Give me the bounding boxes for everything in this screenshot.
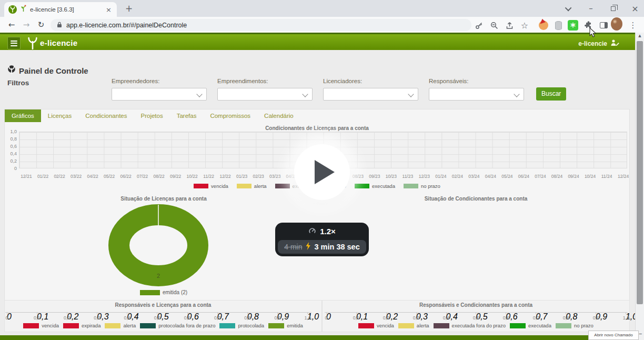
back-icon[interactable]: ← xyxy=(5,19,18,31)
dashboard-tab[interactable]: Compromissos xyxy=(203,109,257,122)
dashboard-tab[interactable]: Tarefas xyxy=(170,109,204,122)
legend-item: protocolada fora de prazo xyxy=(140,323,215,328)
extension-cylinder-icon[interactable] xyxy=(552,20,564,31)
new-tab-button[interactable]: + xyxy=(123,3,135,15)
chart4-title: Responsáveis e Licenças para a conta xyxy=(5,302,321,308)
x-tick-label: 08/22 xyxy=(152,174,166,179)
legend-swatch xyxy=(358,323,374,328)
forward-icon[interactable]: → xyxy=(20,19,33,31)
x-tick-label: 12/24 xyxy=(617,174,630,179)
search-button[interactable]: Buscar xyxy=(536,87,566,101)
x-tick-label: 09/24 xyxy=(567,174,580,179)
y-tick-label: 0,4 xyxy=(10,151,17,156)
address-bar[interactable]: app.e-licencie.com.br/#/painelDeControle xyxy=(51,19,471,31)
bookmark-star-icon[interactable]: ☆ xyxy=(519,20,530,31)
x-tick-label: 11/22 xyxy=(202,174,216,179)
profile-avatar[interactable] xyxy=(611,18,622,29)
legend-swatch xyxy=(23,323,39,328)
y-tick-label: 0 xyxy=(14,166,17,171)
x-tick-label: 01/22 xyxy=(36,174,50,179)
page-title: Painel de Controle xyxy=(19,66,88,75)
legend-label: no prazo xyxy=(574,323,593,328)
x-tick-label: 02/23 xyxy=(251,174,265,179)
open-ticket-tab[interactable]: Abrir novo Chamado xyxy=(588,331,639,340)
x-tick-label: 0,1 xyxy=(31,315,43,321)
legend-swatch xyxy=(275,184,290,188)
video-play-button[interactable] xyxy=(294,144,350,200)
legend-swatch xyxy=(219,323,235,328)
x-tick-label: 07/24 xyxy=(534,174,547,179)
filter-block: Licenciadores: xyxy=(323,78,418,101)
y-tick-label: 0,8 xyxy=(10,136,17,142)
x-tick-label: 01/23 xyxy=(235,174,249,179)
refresh-icon[interactable]: ↻ xyxy=(35,19,47,31)
x-tick-label: 0,5 xyxy=(470,315,482,321)
browser-tab[interactable]: e-licencie [3.6.3] × xyxy=(4,2,117,17)
brand-tree-icon xyxy=(27,37,38,52)
filter-label: Responsáveis: xyxy=(429,78,524,84)
page-scrollbar[interactable]: ▲ xyxy=(635,33,644,340)
x-tick-label: 10/23 xyxy=(384,174,398,179)
donut-chart: 2 xyxy=(108,204,208,287)
x-tick-label: 0,8 xyxy=(242,315,254,321)
favicon-sprout-icon xyxy=(20,5,27,14)
app-logo-icon xyxy=(8,5,17,14)
dashboard-tab[interactable]: Licenças xyxy=(41,109,78,122)
dashboard-tab[interactable]: Condicionantes xyxy=(78,109,134,122)
legend-label: emitida (2) xyxy=(163,289,187,295)
legend-item: vencida xyxy=(23,323,59,328)
page-title-tree-icon xyxy=(7,65,16,76)
tab-search-icon[interactable] xyxy=(560,0,578,17)
legend-label: executada fora do prazo xyxy=(452,323,506,328)
filter-select[interactable] xyxy=(217,88,313,101)
filter-select[interactable] xyxy=(323,88,418,101)
chart5-legend: vencida alerta executada fora do prazo e… xyxy=(323,323,629,328)
x-tick-label: 0,4 xyxy=(440,315,452,321)
extension-santa-icon[interactable] xyxy=(538,20,549,31)
dashboard-tab[interactable]: Calendário xyxy=(257,109,300,122)
optimized-duration: 3 min 38 sec xyxy=(314,243,359,251)
window-minimize-button[interactable]: – xyxy=(582,0,600,17)
dashboard-tab[interactable]: Projetos xyxy=(134,109,170,122)
bottom-bar xyxy=(0,335,635,340)
legend-label: alerta xyxy=(417,323,429,328)
playback-speed: 1.2× xyxy=(320,227,336,236)
account-menu[interactable]: e-licencie xyxy=(578,39,619,48)
window-close-button[interactable]: × xyxy=(626,0,644,17)
video-speed-pill[interactable]: 1.2× 4 min 3 min 38 sec xyxy=(275,223,369,256)
tab-title: e-licencie [3.6.3] xyxy=(30,6,102,13)
password-key-icon[interactable] xyxy=(473,20,485,31)
x-tick-label: 02/22 xyxy=(53,174,66,179)
legend-label: expirada xyxy=(82,323,100,328)
legend-item: no prazo xyxy=(556,323,593,328)
filters-row: Empreendedores: Empreendimentos: Licenci… xyxy=(112,78,524,101)
chart1-y-axis: 1,00,80,60,40,20 xyxy=(3,129,17,171)
browser-window: e-licencie [3.6.3] × + – × ← → ↻ app.e-l… xyxy=(0,0,644,340)
mouse-cursor xyxy=(589,27,597,38)
x-tick-label: 0 xyxy=(320,315,333,321)
legend-label: executada xyxy=(528,323,551,328)
x-tick-label: 08/23 xyxy=(351,174,365,179)
share-icon[interactable] xyxy=(504,20,515,31)
app-navbar: e-licencie e-licencie xyxy=(0,33,635,50)
window-restore-button[interactable] xyxy=(604,0,622,17)
filter-select[interactable] xyxy=(112,88,207,101)
tab-close-icon[interactable]: × xyxy=(105,6,113,14)
zoom-out-icon[interactable] xyxy=(488,20,500,31)
extension-green-icon[interactable]: * xyxy=(567,20,579,31)
widget-minimize-icon[interactable]: – xyxy=(639,329,642,337)
scroll-up-icon[interactable]: ▲ xyxy=(636,34,644,38)
browser-menu-dots-icon[interactable]: ⋮ xyxy=(627,20,639,31)
legend-label: no prazo xyxy=(421,183,440,189)
filter-select[interactable] xyxy=(429,88,524,101)
hamburger-menu-button[interactable] xyxy=(7,37,21,49)
legend-item: executada xyxy=(510,323,551,328)
legend-swatch xyxy=(140,323,156,328)
filter-label: Empreendimentos: xyxy=(217,78,313,84)
legend-item: executada fora do prazo xyxy=(434,323,506,328)
legend-label: vencida xyxy=(377,323,394,328)
side-panel-icon[interactable] xyxy=(598,20,609,31)
legend-swatch xyxy=(355,184,369,188)
scrollbar-thumb[interactable] xyxy=(637,41,643,304)
dashboard-tab[interactable]: Gráficos xyxy=(5,109,41,122)
